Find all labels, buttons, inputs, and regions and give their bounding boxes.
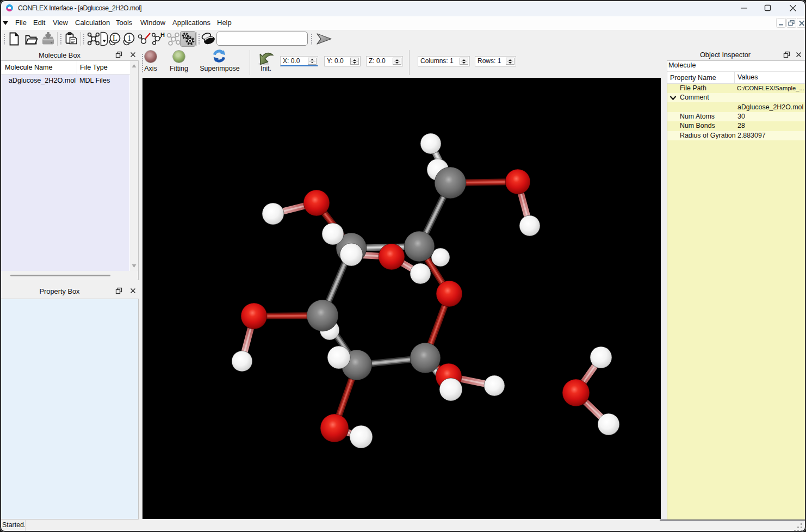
svg-text:L: L [113, 34, 117, 42]
svg-text:1: 1 [127, 34, 131, 42]
svg-text:H: H [160, 32, 165, 38]
